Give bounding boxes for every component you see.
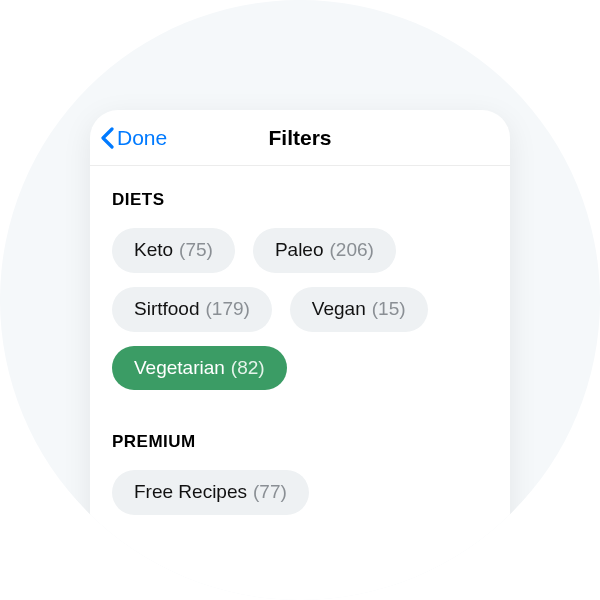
premium-pill-group: Free Recipes (77)	[112, 470, 488, 515]
page-title: Filters	[268, 126, 331, 150]
pill-paleo[interactable]: Paleo (206)	[253, 228, 396, 273]
diets-pill-group: Keto (75) Paleo (206) Sirtfood (179) Veg…	[112, 228, 488, 390]
pill-keto[interactable]: Keto (75)	[112, 228, 235, 273]
done-label: Done	[117, 126, 167, 150]
filters-content: DIETS Keto (75) Paleo (206) Sirtfood (17…	[90, 166, 510, 557]
chevron-left-icon	[100, 127, 115, 149]
pill-count: (75)	[179, 239, 213, 262]
pill-label: Sirtfood	[134, 298, 199, 321]
nav-bar: Done Filters	[90, 110, 510, 166]
section-header-premium: PREMIUM	[112, 432, 488, 452]
pill-label: Paleo	[275, 239, 324, 262]
section-header-diets: DIETS	[112, 190, 488, 210]
done-button[interactable]: Done	[100, 110, 167, 166]
pill-sirtfood[interactable]: Sirtfood (179)	[112, 287, 272, 332]
pill-count: (206)	[330, 239, 374, 262]
pill-label: Keto	[134, 239, 173, 262]
pill-count: (77)	[253, 481, 287, 504]
filters-panel: Done Filters DIETS Keto (75) Paleo (206)…	[90, 110, 510, 600]
pill-free-recipes[interactable]: Free Recipes (77)	[112, 470, 309, 515]
pill-label: Vegan	[312, 298, 366, 321]
pill-vegan[interactable]: Vegan (15)	[290, 287, 428, 332]
pill-label: Vegetarian	[134, 357, 225, 380]
pill-count: (82)	[231, 357, 265, 380]
pill-vegetarian[interactable]: Vegetarian (82)	[112, 346, 287, 391]
pill-count: (179)	[205, 298, 249, 321]
circle-mask: Done Filters DIETS Keto (75) Paleo (206)…	[0, 0, 600, 600]
pill-label: Free Recipes	[134, 481, 247, 504]
pill-count: (15)	[372, 298, 406, 321]
